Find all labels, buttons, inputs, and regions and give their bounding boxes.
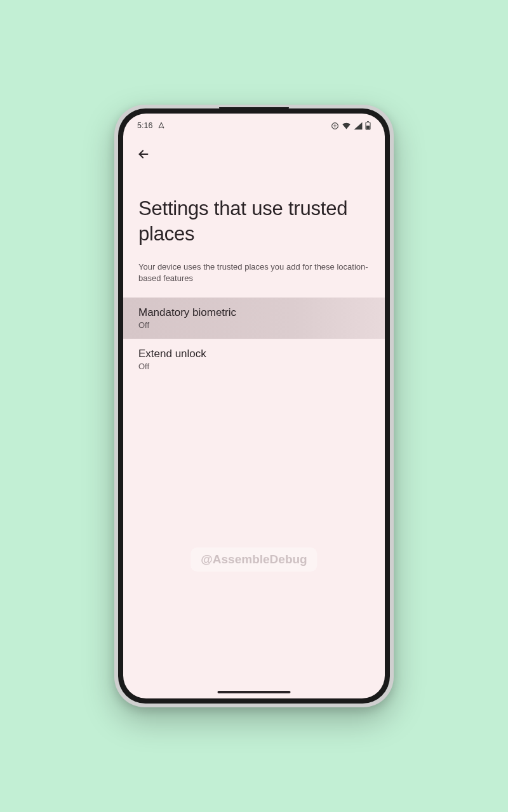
statusbar: 5:16 [123, 114, 385, 134]
wifi-icon [342, 122, 351, 130]
data-saver-icon [331, 122, 339, 130]
content: Settings that use trusted places Your de… [123, 169, 385, 698]
statusbar-left: 5:16 [137, 121, 165, 130]
setting-item-mandatory-biometric[interactable]: Mandatory biometric Off [123, 298, 385, 339]
watermark: @AssembleDebug [190, 547, 317, 572]
setting-item-title: Mandatory biometric [138, 306, 370, 319]
setting-item-extend-unlock[interactable]: Extend unlock Off [123, 339, 385, 380]
setting-item-subtitle: Off [138, 320, 370, 330]
arrow-back-icon [137, 147, 150, 161]
svg-rect-2 [367, 121, 369, 122]
status-time: 5:16 [137, 121, 152, 130]
navigation-arrow-icon [157, 122, 165, 129]
battery-icon [365, 121, 371, 130]
phone-notch [219, 107, 289, 112]
setting-item-title: Extend unlock [138, 348, 370, 360]
appbar [123, 134, 385, 169]
page-subtitle: Your device uses the trusted places you … [123, 247, 385, 298]
setting-item-subtitle: Off [138, 362, 370, 371]
statusbar-right [331, 121, 371, 130]
back-button[interactable] [132, 143, 155, 166]
screen: 5:16 [123, 114, 385, 698]
phone-frame: 5:16 [114, 105, 394, 707]
gesture-nav-handle[interactable] [218, 691, 291, 693]
svg-rect-3 [366, 126, 370, 129]
signal-icon [354, 122, 363, 130]
phone-bezel: 5:16 [118, 108, 390, 704]
page-title: Settings that use trusted places [123, 169, 385, 247]
